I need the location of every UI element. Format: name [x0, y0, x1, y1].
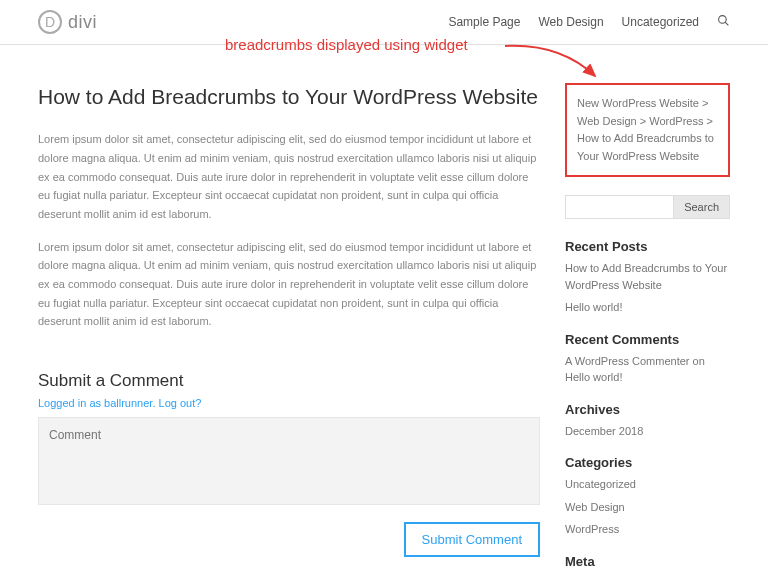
recent-comments-title: Recent Comments	[565, 332, 730, 347]
breadcrumb-sep: >	[637, 115, 650, 127]
logout-link[interactable]: Log out?	[159, 397, 202, 409]
comment-form-heading: Submit a Comment	[38, 371, 540, 391]
archives-title: Archives	[565, 402, 730, 417]
submit-comment-button[interactable]: Submit Comment	[404, 522, 540, 557]
logo-text: divi	[68, 12, 97, 33]
breadcrumb-link[interactable]: Web Design	[577, 115, 637, 127]
sidebar: New WordPress Website > Web Design > Wor…	[565, 83, 730, 566]
list-item[interactable]: WordPress	[565, 521, 730, 538]
breadcrumb-sep: >	[699, 97, 708, 109]
archives-list: December 2018	[565, 423, 730, 440]
svg-point-0	[719, 16, 727, 24]
logo-icon: D	[38, 10, 62, 34]
search-input[interactable]	[565, 195, 674, 219]
breadcrumb-current: How to Add Breadcrumbs to Your WordPress…	[577, 132, 714, 162]
nav-item-web-design[interactable]: Web Design	[538, 15, 603, 29]
logged-in-prefix: Logged in as	[38, 397, 104, 409]
nav-item-uncategorized[interactable]: Uncategorized	[622, 15, 699, 29]
user-link[interactable]: ballrunner	[104, 397, 152, 409]
search-button[interactable]: Search	[674, 195, 730, 219]
recent-posts-title: Recent Posts	[565, 239, 730, 254]
main-content: How to Add Breadcrumbs to Your WordPress…	[38, 83, 540, 566]
primary-nav: Sample Page Web Design Uncategorized	[448, 14, 730, 30]
page-title: How to Add Breadcrumbs to Your WordPress…	[38, 83, 540, 110]
svg-line-1	[725, 22, 728, 25]
list-item[interactable]: Hello world!	[565, 299, 730, 316]
logged-in-status: Logged in as ballrunner. Log out?	[38, 397, 540, 409]
recent-posts-list: How to Add Breadcrumbs to Your WordPress…	[565, 260, 730, 316]
site-logo[interactable]: D divi	[38, 10, 97, 34]
breadcrumb-link[interactable]: WordPress	[649, 115, 703, 127]
categories-list: Uncategorized Web Design WordPress	[565, 476, 730, 538]
search-widget: Search	[565, 195, 730, 219]
search-icon[interactable]	[717, 14, 730, 30]
site-header: D divi Sample Page Web Design Uncategori…	[0, 0, 768, 45]
categories-title: Categories	[565, 455, 730, 470]
list-item[interactable]: Web Design	[565, 499, 730, 516]
breadcrumbs-widget: New WordPress Website > Web Design > Wor…	[565, 83, 730, 177]
recent-comment-item[interactable]: A WordPress Commenter on Hello world!	[565, 353, 730, 386]
nav-item-sample-page[interactable]: Sample Page	[448, 15, 520, 29]
list-item[interactable]: December 2018	[565, 423, 730, 440]
breadcrumb-link[interactable]: New WordPress Website	[577, 97, 699, 109]
breadcrumb-sep: >	[703, 115, 712, 127]
list-item[interactable]: Uncategorized	[565, 476, 730, 493]
paragraph: Lorem ipsum dolor sit amet, consectetur …	[38, 130, 540, 223]
list-item[interactable]: How to Add Breadcrumbs to Your WordPress…	[565, 260, 730, 293]
comment-textarea[interactable]	[38, 417, 540, 505]
meta-title: Meta	[565, 554, 730, 566]
paragraph: Lorem ipsum dolor sit amet, consectetur …	[38, 238, 540, 331]
